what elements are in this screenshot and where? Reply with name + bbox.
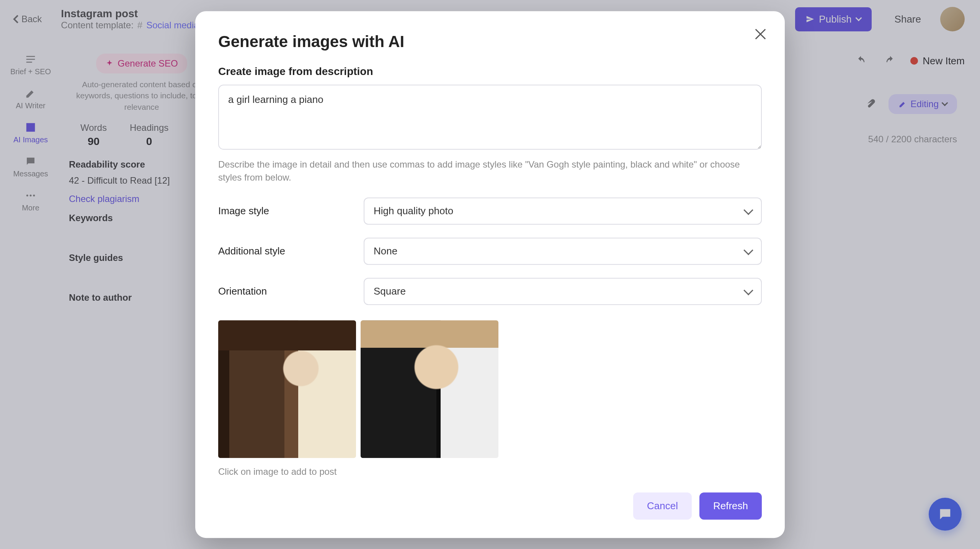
generated-image-2[interactable] <box>361 320 498 458</box>
modal-title: Generate images with AI <box>218 33 762 51</box>
image-style-value: High quality photo <box>374 205 453 217</box>
generate-images-modal: Generate images with AI Create image fro… <box>195 11 785 538</box>
description-label: Create image from description <box>218 65 762 78</box>
cancel-button[interactable]: Cancel <box>633 492 692 520</box>
chevron-down-icon <box>743 285 753 295</box>
orientation-value: Square <box>374 285 406 297</box>
additional-style-select[interactable]: None <box>364 238 762 265</box>
image-style-label: Image style <box>218 205 348 217</box>
chevron-down-icon <box>743 205 753 215</box>
description-input[interactable] <box>218 85 762 150</box>
image-style-select[interactable]: High quality photo <box>364 197 762 225</box>
orientation-select[interactable]: Square <box>364 278 762 305</box>
additional-style-label: Additional style <box>218 245 348 257</box>
additional-style-value: None <box>374 245 397 257</box>
row-image-style: Image style High quality photo <box>218 197 762 225</box>
modal-actions: Cancel Refresh <box>218 492 762 520</box>
chevron-down-icon <box>743 245 753 255</box>
generated-thumbnails <box>218 320 762 458</box>
refresh-button[interactable]: Refresh <box>699 492 762 520</box>
row-additional-style: Additional style None <box>218 238 762 265</box>
generated-image-1[interactable] <box>218 320 356 458</box>
orientation-label: Orientation <box>218 285 348 297</box>
row-orientation: Orientation Square <box>218 278 762 305</box>
thumbnail-hint: Click on image to add to post <box>218 466 762 477</box>
description-hint: Describe the image in detail and then us… <box>218 158 762 185</box>
close-button[interactable] <box>753 27 767 41</box>
